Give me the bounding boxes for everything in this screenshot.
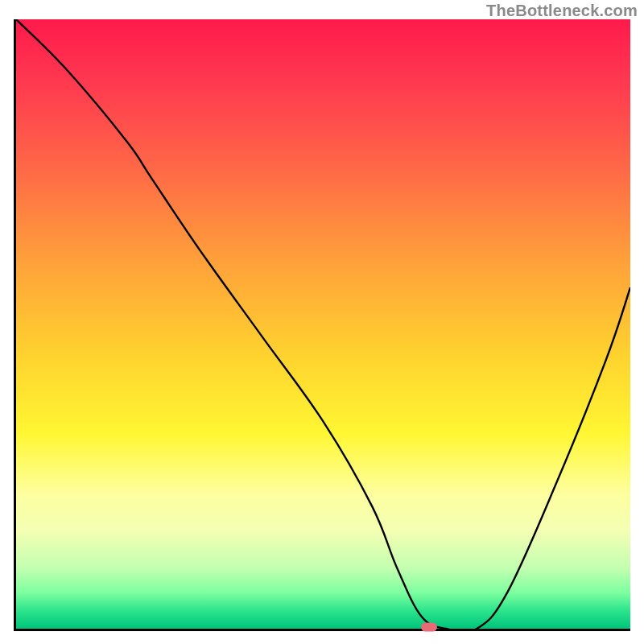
plot-area	[14, 19, 630, 631]
chart-frame: TheBottleneck.com	[0, 0, 644, 644]
optimal-point-marker	[421, 623, 437, 632]
watermark-text: TheBottleneck.com	[486, 2, 638, 20]
bottleneck-curve	[16, 19, 630, 629]
